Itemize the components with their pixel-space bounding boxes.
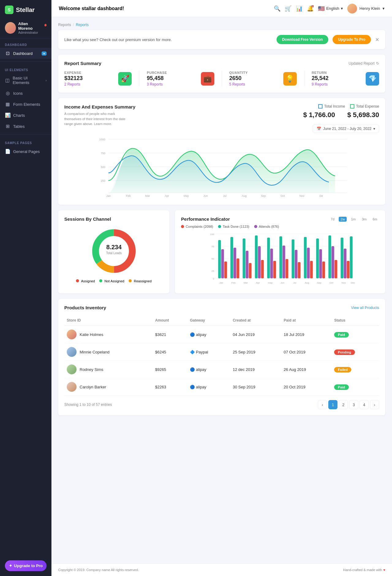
- pagination-buttons: ‹ 1 2 3 4 ›: [318, 400, 379, 409]
- page-2-button[interactable]: 2: [339, 400, 348, 409]
- svg-text:Jul: Jul: [293, 281, 296, 284]
- sidebar-item-icons[interactable]: ◎ Icons: [0, 88, 51, 99]
- content-area: Reports / Reports Like what you see? Che…: [51, 17, 392, 563]
- charts-icon: 📊: [5, 113, 10, 118]
- sessions-card: Sessions By Channel: [58, 210, 169, 293]
- sessions-performance-row: Sessions By Channel: [58, 210, 385, 293]
- language-selector[interactable]: 🇺🇸 English ▾: [318, 5, 343, 12]
- close-banner-button[interactable]: ✕: [375, 37, 379, 43]
- col-status: Status: [332, 315, 379, 326]
- stat-purchase-inner: PURCHASE 95,458 3 Reports 💼: [147, 71, 214, 86]
- header: Welcome stallar dashboard! 🔍 🛒 📊 🔔 1 🇺🇸 …: [51, 0, 392, 17]
- upgrade-pro-button[interactable]: Upgrade To Pro: [333, 35, 371, 44]
- svg-rect-37: [218, 240, 221, 278]
- updated-report-btn[interactable]: Updated Report ↻: [349, 61, 379, 66]
- next-page-button[interactable]: ›: [370, 400, 379, 409]
- tab-2w[interactable]: 2w: [339, 217, 347, 222]
- notification-icon[interactable]: 🔔 1: [307, 5, 314, 12]
- svg-text:Mar: Mar: [145, 194, 150, 197]
- icons-icon: ◎: [5, 90, 10, 96]
- prev-page-button[interactable]: ‹: [318, 400, 327, 409]
- sidebar-item-basic-ui[interactable]: ◫ Basic UI Elements ›: [0, 73, 51, 88]
- avatar: [5, 22, 16, 34]
- col-gateway: Gateway: [187, 315, 230, 326]
- user-name: Rodney Sims: [80, 367, 103, 372]
- tables-icon: ⊞: [5, 124, 10, 129]
- svg-text:Jul: Jul: [223, 194, 227, 197]
- divider-2: [0, 134, 51, 135]
- stat-link[interactable]: 5 Reports: [229, 82, 248, 86]
- stat-link[interactable]: 2 Reports: [64, 82, 83, 86]
- tab-6m[interactable]: 6m: [371, 217, 379, 222]
- svg-text:25: 25: [212, 270, 214, 273]
- user-name: Carolyn Barker: [80, 385, 106, 389]
- search-icon[interactable]: 🔍: [274, 5, 281, 12]
- col-paid: Paid at: [281, 315, 332, 326]
- sidebar-item-tables[interactable]: ⊞ Tables: [0, 121, 51, 132]
- svg-rect-51: [273, 261, 276, 278]
- sessions-title: Sessions By Channel: [64, 216, 163, 222]
- svg-rect-66: [335, 260, 337, 278]
- attends-label: Attends (876): [259, 225, 279, 228]
- sidebar: S Stellar Allen Moreno Administrator DAS…: [0, 0, 51, 576]
- products-table: Store ID Amount Gateway Created at Paid …: [64, 315, 379, 396]
- sidebar-item-charts[interactable]: 📊 Charts: [0, 110, 51, 121]
- complaints-label: Complaints (2098): [186, 225, 213, 228]
- donut-legend: Assigned Not Assigned Reassigned: [76, 279, 152, 283]
- svg-rect-68: [344, 249, 347, 278]
- svg-text:Oct: Oct: [330, 281, 334, 284]
- chart-icon[interactable]: 📊: [296, 5, 303, 12]
- svg-rect-50: [270, 249, 273, 278]
- stat-link[interactable]: 9 Reports: [312, 82, 329, 86]
- stat-label: QUANTITY: [229, 71, 248, 74]
- user-avatar: [67, 330, 77, 339]
- svg-rect-45: [249, 263, 252, 278]
- tab-1m[interactable]: 1m: [349, 217, 357, 222]
- svg-rect-52: [280, 236, 282, 278]
- sidebar-item-form-elements[interactable]: ▦ Form Elements: [0, 99, 51, 110]
- svg-text:Jun: Jun: [281, 281, 285, 284]
- section-label-sample: SAMPLE PAGES: [0, 137, 51, 146]
- svg-rect-60: [310, 261, 313, 278]
- svg-rect-44: [246, 251, 249, 278]
- performance-header: Performance Indicator 7d 2w 1m 3m 6m: [181, 216, 379, 222]
- stat-link[interactable]: 3 Reports: [147, 82, 167, 86]
- status-badge: Paid: [334, 384, 349, 390]
- stat-label: RETURN: [312, 71, 329, 74]
- page-3-button[interactable]: 3: [349, 400, 358, 409]
- stat-value: 95,458: [147, 75, 167, 82]
- footer-copyright: Copyright © 2019. Company name All right…: [58, 568, 139, 572]
- svg-rect-42: [237, 258, 239, 278]
- gateway-icon: 🔵: [190, 332, 195, 337]
- cell-store-id: Carolyn Barker: [64, 378, 153, 396]
- cell-store-id: Minnie Copeland: [64, 343, 153, 361]
- upgrade-button[interactable]: ✦ Upgrade to Pro: [5, 560, 47, 571]
- svg-text:Nov: Nov: [300, 194, 305, 197]
- tab-7d[interactable]: 7d: [329, 217, 336, 222]
- chevron-down-icon: ▾: [373, 127, 375, 131]
- cell-paid: 07 Oct 2019: [281, 343, 332, 361]
- calendar-icon: 📅: [317, 127, 321, 131]
- svg-rect-69: [347, 261, 350, 278]
- user-cell: Carolyn Barker: [67, 382, 150, 392]
- page-4-button[interactable]: 4: [360, 400, 369, 409]
- income-chart-right: Total Income Total Expense $ 1,766.00 $ …: [303, 104, 379, 133]
- user-menu[interactable]: Henry Klein ▾: [347, 4, 385, 13]
- cart-icon[interactable]: 🛒: [285, 5, 292, 12]
- main-area: Welcome stallar dashboard! 🔍 🛒 📊 🔔 1 🇺🇸 …: [51, 0, 392, 576]
- stat-return: RETURN 25,542 9 Reports 💎: [312, 71, 379, 86]
- footer: Copyright © 2019. Company name All right…: [51, 563, 392, 576]
- income-chart-card: Income And Expenses Summary A comparison…: [58, 98, 385, 205]
- date-range-picker[interactable]: 📅 June 21, 2022 - July 20, 2022 ▾: [313, 124, 379, 133]
- page-1-button[interactable]: 1: [328, 400, 337, 409]
- cell-status: Pending: [332, 343, 379, 361]
- sidebar-item-dashboard[interactable]: ⊡ Dashboard ●: [0, 48, 51, 59]
- gateway-icon: 🔵: [190, 385, 195, 389]
- view-all-products-link[interactable]: View all Products: [351, 306, 379, 310]
- tab-3m[interactable]: 3m: [360, 217, 368, 222]
- breadcrumb-item[interactable]: Reports: [58, 23, 71, 27]
- expense-legend-label: Total Expense: [356, 104, 379, 109]
- table-row: Carolyn Barker $2263 🔵 alipay 30 Sep 201…: [64, 378, 379, 396]
- sidebar-item-general-pages[interactable]: 📄 General Pages: [0, 146, 51, 157]
- download-free-button[interactable]: Download Free Version: [277, 35, 328, 44]
